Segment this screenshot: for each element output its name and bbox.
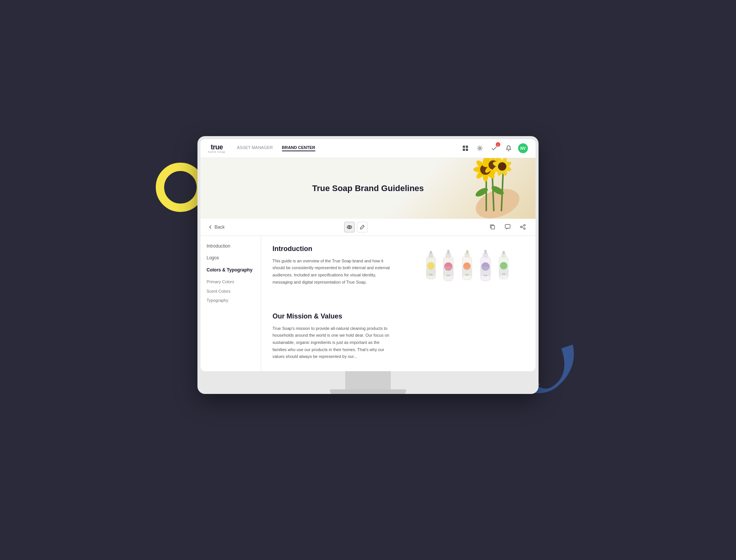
bell-icon-button[interactable] [504, 143, 514, 153]
toolbar: Back [200, 219, 536, 236]
svg-line-47 [521, 227, 523, 228]
svg-point-40 [349, 226, 350, 228]
intro-right: true true [418, 245, 524, 303]
svg-rect-41 [491, 226, 495, 229]
share-icon-button[interactable] [517, 222, 528, 232]
sidebar-item-primary-colors[interactable]: Primary Colors [207, 279, 255, 284]
logo-sub: hand soap [208, 151, 225, 153]
logo-text: true [211, 144, 223, 151]
svg-rect-2 [466, 146, 468, 148]
hero-banner: True Soap Brand Guidelines [200, 158, 536, 219]
grid-icon-button[interactable] [460, 143, 470, 153]
sidebar: Introduction Logos Colors & Typography P… [200, 236, 261, 371]
svg-point-45 [524, 228, 525, 229]
intro-title: Introduction [272, 245, 410, 253]
svg-rect-4 [466, 149, 468, 151]
product-bottles: true true [418, 245, 524, 302]
logo-area: true hand soap [208, 144, 225, 153]
toolbar-center [225, 222, 487, 232]
svg-rect-65 [484, 250, 487, 254]
monitor: true hand soap ASSET MANAGER BRAND CENTE… [197, 136, 539, 394]
nav-asset-manager[interactable]: ASSET MANAGER [237, 145, 273, 151]
scene: true hand soap ASSET MANAGER BRAND CENTE… [179, 132, 557, 428]
svg-rect-74 [443, 267, 453, 276]
svg-rect-73 [426, 268, 435, 276]
svg-rect-55 [447, 250, 449, 254]
top-nav: true hand soap ASSET MANAGER BRAND CENTE… [200, 139, 536, 158]
svg-rect-77 [499, 268, 508, 276]
nav-icons: 1 NV [460, 143, 528, 153]
intro-text: This guide is an overview of the True So… [272, 257, 394, 286]
svg-rect-76 [481, 267, 490, 276]
monitor-base [330, 389, 406, 394]
notification-badge: 1 [496, 142, 500, 147]
sunflower-image [437, 158, 520, 219]
svg-point-38 [498, 162, 506, 171]
sidebar-item-typography[interactable]: Typography [207, 298, 255, 303]
svg-rect-60 [466, 250, 468, 254]
svg-rect-75 [462, 268, 472, 276]
svg-point-39 [347, 226, 352, 229]
avatar[interactable]: NV [518, 143, 528, 153]
svg-point-44 [520, 226, 522, 228]
svg-rect-3 [463, 149, 465, 151]
svg-point-43 [524, 224, 525, 226]
sidebar-item-introduction[interactable]: Introduction [207, 243, 255, 249]
hero-title: True Soap Brand Guidelines [312, 184, 424, 193]
intro-left: Introduction This guide is an overview o… [272, 245, 410, 303]
svg-rect-42 [505, 224, 510, 228]
view-button[interactable] [344, 222, 355, 232]
content-area: Introduction This guide is an overview o… [261, 236, 536, 371]
copy-icon-button[interactable] [487, 222, 498, 232]
back-button[interactable]: Back [208, 224, 225, 230]
comment-icon-button[interactable] [502, 222, 513, 232]
monitor-screen: true hand soap ASSET MANAGER BRAND CENTE… [200, 139, 536, 371]
edit-button[interactable] [357, 222, 368, 232]
mission-section: Our Mission & Values True Soap's mission… [272, 312, 524, 360]
main-content: Introduction Logos Colors & Typography P… [200, 236, 536, 371]
settings-icon-button[interactable] [475, 143, 485, 153]
check-icon-button[interactable]: 1 [489, 143, 499, 153]
sidebar-item-colors-typography[interactable]: Colors & Typography [207, 267, 255, 273]
mission-text: True Soap's mission to provide all-natur… [272, 325, 394, 360]
mission-title: Our Mission & Values [272, 312, 524, 320]
monitor-stand [345, 371, 391, 394]
intro-section: Introduction This guide is an overview o… [272, 245, 524, 303]
svg-rect-70 [503, 251, 505, 254]
svg-rect-50 [430, 251, 432, 254]
sidebar-item-scent-colors[interactable]: Scent Colors [207, 289, 255, 294]
nav-brand-center[interactable]: BRAND CENTER [282, 145, 315, 151]
toolbar-right [487, 222, 528, 232]
sidebar-item-logos[interactable]: Logos [207, 255, 255, 261]
svg-rect-1 [463, 146, 465, 148]
svg-line-46 [521, 226, 523, 226]
back-label: Back [215, 224, 225, 230]
svg-point-5 [479, 147, 481, 149]
nav-links: ASSET MANAGER BRAND CENTER [237, 145, 460, 151]
